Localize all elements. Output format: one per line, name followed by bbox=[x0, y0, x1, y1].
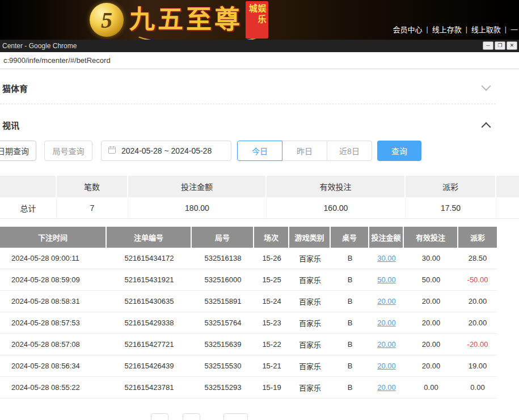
header-round-no: 局号 bbox=[192, 227, 254, 248]
summary-total-label: 总计 bbox=[0, 197, 57, 219]
logo-title: 九五至尊 bbox=[129, 7, 243, 33]
bet-amount-link[interactable]: 30.00 bbox=[369, 248, 404, 269]
header-order-no: 注单编号 bbox=[107, 227, 192, 248]
header-valid-bet: 有效投注 bbox=[404, 227, 458, 248]
cell-payout: 20.00 bbox=[458, 291, 497, 312]
cell-payout: 19.00 bbox=[458, 355, 497, 376]
cell-game: 百家乐 bbox=[289, 291, 331, 312]
cell-valid: 20.00 bbox=[404, 312, 458, 333]
cell-round-no: 532515639 bbox=[192, 334, 254, 355]
bet-record-table: 下注时间 注单编号 局号 场次 游戏类别 桌号 投注金额 有效投注 派彩 202… bbox=[0, 227, 497, 398]
cell-order-no: 521615427721 bbox=[107, 334, 192, 355]
bet-amount-link[interactable]: 20.00 bbox=[369, 334, 404, 355]
summary-bet-amount-value: 180.00 bbox=[128, 197, 267, 219]
header-table-no: 桌号 bbox=[331, 227, 369, 248]
cell-order-no: 521615430635 bbox=[107, 291, 192, 312]
logo-coin-icon: 5 bbox=[90, 3, 124, 37]
cell-valid: 0.00 bbox=[404, 377, 458, 398]
summary-header-count: 笔数 bbox=[57, 176, 128, 197]
date-range-input[interactable]: 2024-05-28 ~ 2024-05-28 bbox=[101, 141, 231, 161]
cell-valid: 20.00 bbox=[404, 355, 458, 376]
chevron-down-icon[interactable] bbox=[482, 82, 491, 91]
summary-header-row: 笔数 投注金额 有效投注 派彩 bbox=[0, 176, 519, 197]
header-session: 场次 bbox=[254, 227, 289, 248]
cell-time: 2024-05-28 08:59:09 bbox=[0, 269, 107, 290]
summary-clipped-value bbox=[496, 197, 519, 219]
nav-withdraw[interactable]: 线上取款 bbox=[471, 24, 501, 35]
cell-payout: 20.00 bbox=[458, 312, 497, 333]
cell-valid: 50.00 bbox=[404, 269, 458, 290]
cell-table-no: B bbox=[331, 334, 369, 355]
pagination-button[interactable] bbox=[223, 413, 248, 420]
cell-game: 百家乐 bbox=[289, 334, 331, 355]
cell-time: 2024-05-28 08:57:53 bbox=[0, 312, 107, 333]
table-row: 2024-05-28 08:58:31521615430635532515891… bbox=[0, 291, 497, 312]
cell-round-no: 532515891 bbox=[192, 291, 254, 312]
nav-member-center[interactable]: 会员中心 bbox=[393, 24, 423, 35]
bet-table-body: 2024-05-28 09:00:11521615434172532516138… bbox=[0, 248, 497, 398]
summary-header-clipped bbox=[496, 176, 519, 197]
today-button[interactable]: 今日 bbox=[237, 141, 282, 161]
search-button[interactable]: 查询 bbox=[377, 141, 421, 161]
cell-time: 2024-05-28 09:00:11 bbox=[0, 248, 107, 269]
bet-amount-link[interactable]: 20.00 bbox=[369, 355, 404, 376]
section-video[interactable]: 视讯 bbox=[2, 116, 19, 133]
cell-time: 2024-05-28 08:58:31 bbox=[0, 291, 107, 312]
window-title: Center - Google Chrome bbox=[2, 42, 77, 50]
logo-badge: 娱乐城 bbox=[246, 1, 268, 39]
summary-header-payout: 派彩 bbox=[406, 176, 496, 197]
cell-table-no: B bbox=[331, 291, 369, 312]
logo-coin-glyph: 5 bbox=[101, 7, 112, 33]
nav-deposit[interactable]: 线上存款 bbox=[432, 24, 462, 35]
table-row: 2024-05-28 08:59:09521615431921532516000… bbox=[0, 269, 497, 291]
bet-amount-link[interactable]: 20.00 bbox=[369, 312, 404, 333]
cell-valid: 30.00 bbox=[404, 248, 458, 269]
cell-valid: 20.00 bbox=[404, 291, 458, 312]
round-query-button[interactable]: 局号查询 bbox=[44, 141, 92, 161]
site-logo: 5 九五至尊 娱乐城 bbox=[90, 1, 268, 39]
screen: 5 九五至尊 娱乐城 会员中心 | 线上存款 | 线上取款 | 一 Center… bbox=[0, 0, 519, 420]
cell-time: 2024-05-28 08:56:34 bbox=[0, 355, 107, 376]
cell-round-no: 532516000 bbox=[192, 269, 254, 290]
table-row: 2024-05-28 09:00:11521615434172532516138… bbox=[0, 248, 497, 269]
minimize-button[interactable]: ─ bbox=[483, 41, 493, 50]
address-bar[interactable]: c:9900/infe/mcenter/#/betRecord bbox=[0, 52, 519, 69]
section-divider bbox=[0, 104, 496, 104]
yesterday-button[interactable]: 昨日 bbox=[282, 141, 327, 161]
cell-session: 15-22 bbox=[254, 334, 289, 355]
cell-table-no: B bbox=[331, 248, 369, 269]
last-8-days-button[interactable]: 近8日 bbox=[327, 141, 372, 161]
summary-payout-value: 17.50 bbox=[406, 197, 496, 219]
chevron-up-icon[interactable] bbox=[482, 122, 491, 132]
nav-truncated-item[interactable]: 一 bbox=[510, 24, 518, 35]
section-sports[interactable]: 猫体育 bbox=[2, 79, 28, 96]
cell-table-no: B bbox=[331, 355, 369, 376]
date-query-button[interactable]: 日期查询 bbox=[0, 141, 36, 161]
cell-table-no: B bbox=[331, 377, 369, 398]
summary-header-valid-bet: 有效投注 bbox=[267, 176, 406, 197]
nav-separator: | bbox=[505, 26, 507, 33]
cell-game: 百家乐 bbox=[289, 377, 331, 398]
cell-valid: 20.00 bbox=[404, 334, 458, 355]
summary-header-blank bbox=[0, 176, 57, 197]
table-row: 2024-05-28 08:57:08521615427721532515639… bbox=[0, 334, 497, 355]
table-row: 2024-05-28 08:56:34521615426439532515530… bbox=[0, 355, 497, 377]
cell-game: 百家乐 bbox=[289, 248, 331, 269]
bet-amount-link[interactable]: 50.00 bbox=[369, 269, 404, 290]
cell-session: 15-26 bbox=[254, 248, 289, 269]
maximize-button[interactable]: ❐ bbox=[495, 41, 505, 50]
url-text: c:9900/infe/mcenter/#/betRecord bbox=[3, 56, 111, 65]
close-button[interactable]: ✕ bbox=[507, 41, 517, 50]
cell-order-no: 521615423781 bbox=[107, 377, 192, 398]
cell-table-no: B bbox=[331, 312, 369, 333]
pagination-button[interactable] bbox=[151, 413, 168, 420]
pagination-button[interactable] bbox=[183, 413, 200, 420]
section-sports-label: 猫体育 bbox=[2, 82, 28, 94]
top-nav: 会员中心 | 线上存款 | 线上取款 | 一 bbox=[393, 24, 518, 35]
summary-total-row: 总计 7 180.00 160.00 17.50 bbox=[0, 197, 519, 219]
bet-amount-link[interactable]: 20.00 bbox=[369, 377, 404, 398]
section-video-label: 视讯 bbox=[2, 119, 19, 131]
cell-game: 百家乐 bbox=[289, 312, 331, 333]
table-row: 2024-05-28 08:55:22521615423781532515293… bbox=[0, 377, 497, 398]
bet-amount-link[interactable]: 20.00 bbox=[369, 291, 404, 312]
